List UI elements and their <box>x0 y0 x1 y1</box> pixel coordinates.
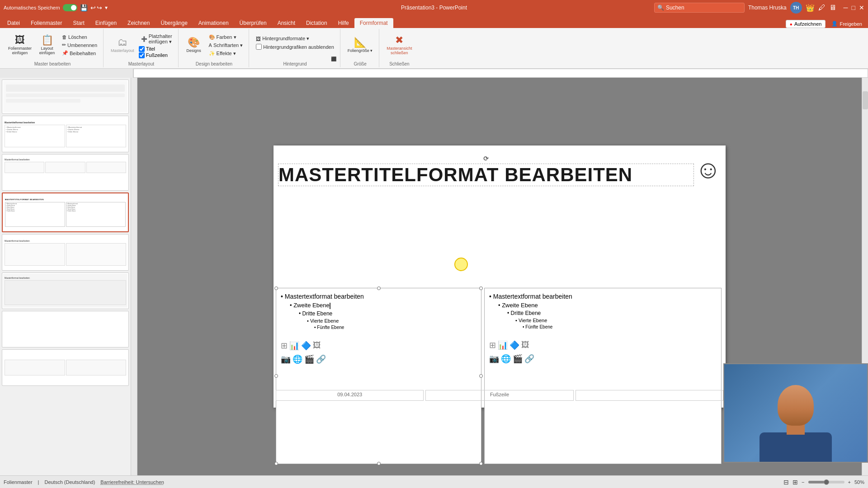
fusszeilen-check[interactable] <box>139 52 145 58</box>
table-icon-right[interactable]: ⊞ <box>489 340 496 350</box>
resize-tc[interactable] <box>377 286 381 290</box>
effects-icon: ✨ <box>209 51 215 56</box>
video-icon-right[interactable]: 🎬 <box>513 354 523 364</box>
online-icon-left[interactable]: 🌐 <box>292 354 302 364</box>
picture-icon-left[interactable]: 🖼 <box>313 341 321 351</box>
group-schliessen-items: ✖ Masteransichtschließen <box>384 30 415 61</box>
slide-thumb-img-1 <box>3 81 127 113</box>
slide-thumb-8[interactable] <box>2 349 129 386</box>
loeschen-btn[interactable]: 🗑 Löschen <box>60 33 99 41</box>
video-icon-left[interactable]: 🎬 <box>304 354 314 364</box>
link-icon-left[interactable]: 🔗 <box>316 354 326 364</box>
maximize-btn[interactable]: □ <box>852 4 855 11</box>
chart-icon-left[interactable]: 📊 <box>289 341 299 351</box>
chart-icon-right[interactable]: 📊 <box>498 340 508 350</box>
slide-thumb-3[interactable]: ✕ Mastertformat bearbeiten <box>2 154 129 191</box>
hintergrundgrafiken-btn[interactable]: Hintergrundgrafiken ausblenden <box>254 43 336 51</box>
tab-animationen[interactable]: Animationen <box>193 18 234 28</box>
link-icon-right[interactable]: 🔗 <box>524 354 534 364</box>
bg-format-icon: 🖼 <box>256 36 261 42</box>
rename-icon: ✏ <box>62 42 66 48</box>
hintergrund-expand[interactable]: ⬛ <box>331 56 336 61</box>
zoom-minus[interactable]: − <box>802 479 804 485</box>
tab-hilfe[interactable]: Hilfe <box>333 18 354 28</box>
photo-icon-left[interactable]: 📷 <box>281 354 291 364</box>
hintergrundformate-btn[interactable]: 🖼 Hintergrundformate ▾ <box>254 35 336 42</box>
minimize-btn[interactable]: ─ <box>844 4 848 11</box>
slide-thumb-2[interactable]: ✕ Mastertitelformat bearbeiten • Mastert… <box>2 116 129 152</box>
umbenennen-btn[interactable]: ✏ Umbenennen <box>60 41 99 49</box>
footer-text[interactable]: Fußzeile <box>425 390 573 401</box>
slide-thumb-5[interactable]: ✕ Mastertformat bearbeiten <box>2 234 129 271</box>
pen-icon[interactable]: 🖊 <box>818 4 826 12</box>
slide-thumb-6[interactable]: ✕ Mastertformat bearbeiten <box>2 272 129 309</box>
monitor-icon[interactable]: 🖥 <box>829 4 836 12</box>
autosave-toggle[interactable] <box>63 4 77 11</box>
tab-dictation[interactable]: Dictation <box>301 18 333 28</box>
user-avatar[interactable]: TH <box>790 2 802 14</box>
resize-ml[interactable] <box>274 374 278 378</box>
redo-icon[interactable]: ↪ <box>97 4 102 11</box>
tab-ansicht[interactable]: Ansicht <box>272 18 301 28</box>
picture-icon-right[interactable]: 🖼 <box>521 340 529 350</box>
layout-einfuegen-btn[interactable]: 📋 Layouteinfügen <box>36 31 58 59</box>
effekte-btn[interactable]: ✨ Effekte ▾ <box>207 50 245 57</box>
more-options-icon[interactable]: ▾ <box>105 5 108 11</box>
tab-start[interactable]: Start <box>67 18 90 28</box>
titel-check[interactable] <box>139 46 145 52</box>
schriftarten-btn[interactable]: A Schriftarten ▾ <box>207 42 245 49</box>
save-icon[interactable]: 💾 <box>80 4 88 11</box>
tab-formformat[interactable]: Formformat <box>354 18 393 28</box>
app-title: Präsentation3 - PowerPoint <box>401 5 467 11</box>
left-bullet-4: • Vierte Ebene <box>307 318 476 324</box>
right-content-box[interactable]: • Mastertextformat bearbeiten • Zweite E… <box>484 288 722 464</box>
titel-checkbox[interactable]: Titel <box>139 46 175 52</box>
beibehalten-btn[interactable]: 📌 Beibehalten <box>60 49 99 57</box>
photo-icon-right[interactable]: 📷 <box>489 354 499 364</box>
close-btn[interactable]: ✕ <box>859 4 864 11</box>
accessibility-label[interactable]: Barrierefreiheit: Untersuchen <box>100 479 164 485</box>
hintergrundgrafiken-check[interactable] <box>256 44 262 50</box>
resize-mr[interactable] <box>479 374 483 378</box>
view-normal-icon[interactable]: ⊟ <box>783 479 789 486</box>
resize-tl[interactable] <box>274 286 278 290</box>
masteransicht-schliessen-btn[interactable]: ✖ Masteransichtschließen <box>384 31 415 59</box>
tab-datei[interactable]: Datei <box>2 18 25 28</box>
farben-btn[interactable]: 🎨 Farben ▾ <box>207 33 245 41</box>
resize-tr[interactable] <box>479 286 483 290</box>
slide-title-textbox[interactable]: MASTERTITELFORMAT BEARBEITEN ⟳ <box>278 164 694 186</box>
undo-icon[interactable]: ↩ <box>90 4 96 11</box>
resize-bl[interactable] <box>274 462 278 465</box>
fusszeilen-checkbox[interactable]: Fußzeilen <box>139 52 175 58</box>
folienmaster-einfuegen-btn[interactable]: 🖼 Folienmastereinfügen <box>5 31 34 59</box>
smartart-icon-left[interactable]: 🔷 <box>301 341 311 351</box>
slide-thumb-4[interactable]: ✕ MASTERTITELFORMAT BEARBEITEN • Mastert… <box>2 192 129 232</box>
resize-bc[interactable] <box>377 462 381 465</box>
online-icon-right[interactable]: 🌐 <box>501 354 511 364</box>
group-groesse-label: Größe <box>354 61 366 66</box>
tab-uebergaenge[interactable]: Übergänge <box>155 18 193 28</box>
foliengroesse-btn[interactable]: 📐 Foliengröße ▾ <box>345 31 376 59</box>
zoom-slider[interactable] <box>808 481 844 483</box>
tab-einfuegen[interactable]: Einfügen <box>90 18 122 28</box>
aufzeichnen-btn[interactable]: ● Aufzeichnen <box>786 20 826 28</box>
designs-btn[interactable]: 🎨 Designs <box>183 31 205 59</box>
tab-folienmaster[interactable]: Folienmaster <box>25 18 67 28</box>
view-slide-sorter-icon[interactable]: ⊞ <box>793 479 798 486</box>
masterlayout-btn[interactable]: 🗂 Masterlayout <box>108 31 137 59</box>
search-box[interactable]: 🔍 Suchen <box>654 3 745 13</box>
slide-thumb-7[interactable]: ✕ <box>2 311 129 347</box>
tab-zeichnen[interactable]: Zeichnen <box>122 18 155 28</box>
freigeben-btn[interactable]: 👤 Freigeben <box>827 19 866 28</box>
resize-br[interactable] <box>479 462 483 465</box>
slide-thumb-1[interactable] <box>2 80 129 114</box>
left-content-box[interactable]: • Mastertextformat bearbeiten • Zweite E… <box>276 288 481 464</box>
smartart-icon-right[interactable]: 🔷 <box>509 340 519 350</box>
table-icon-left[interactable]: ⊞ <box>281 341 288 351</box>
footer-date[interactable]: 09.04.2023 <box>276 390 424 401</box>
footer-page[interactable] <box>576 390 723 401</box>
tab-ueberpruefen[interactable]: Überprüfen <box>234 18 272 28</box>
platzhalter-einfuegen-btn[interactable]: ➕ Platzhaltereinfügen ▾ <box>139 33 175 46</box>
left-bullet-list: • Mastertextformat bearbeiten • Zweite E… <box>276 288 481 330</box>
zoom-plus[interactable]: + <box>848 479 851 485</box>
